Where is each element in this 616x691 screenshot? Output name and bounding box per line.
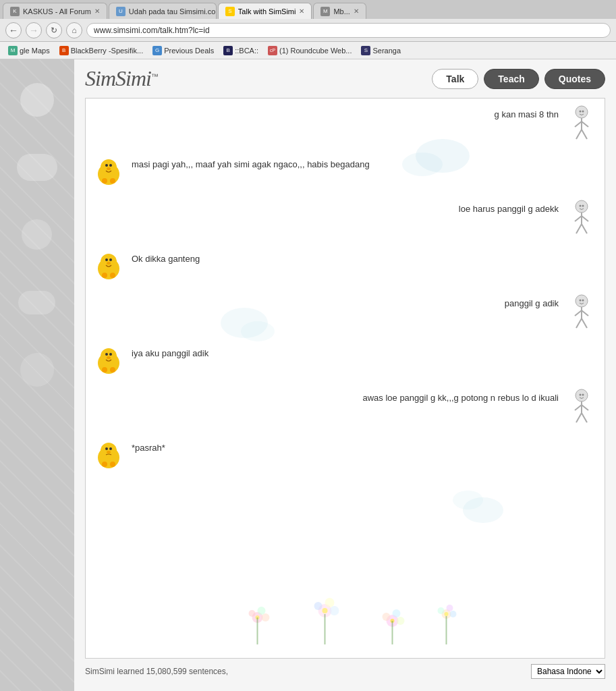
svg-point-72 <box>393 609 401 617</box>
chat-text-7: awas loe panggil g kk,,,g potong n rebus… <box>357 389 565 408</box>
svg-point-74 <box>391 619 395 623</box>
avatar-stick-1 <box>565 105 598 143</box>
svg-point-69 <box>323 608 328 613</box>
forward-button[interactable]: → <box>26 22 42 38</box>
nav-bar: ← → ↻ ⌂ <box>0 19 616 42</box>
svg-line-22 <box>582 224 587 233</box>
bookmark-roundcube[interactable]: cP (1) Roundcube Web... <box>265 46 354 55</box>
tab-close-simsimi[interactable]: ✕ <box>299 7 304 15</box>
avatar-chick-8 <box>92 439 125 471</box>
reload-button[interactable]: ↻ <box>46 22 62 38</box>
svg-point-59 <box>110 462 115 467</box>
simsimi-header: SimSimi™ Talk Teach Quotes <box>85 66 605 91</box>
chat-message-4: Ok dikka ganteng <box>92 250 598 282</box>
svg-line-49 <box>575 405 582 410</box>
tab-kaskus[interactable]: K KASKUS - All Forum ✕ <box>3 3 107 19</box>
bookmark-icon-ser: S <box>361 46 370 55</box>
address-bar[interactable] <box>86 23 611 38</box>
svg-point-2 <box>582 111 584 113</box>
tab-close-kaskus[interactable]: ✕ <box>94 7 100 15</box>
tab-bar: K KASKUS - All Forum ✕ U Udah pada tau S… <box>0 0 616 19</box>
svg-line-50 <box>582 405 588 410</box>
chat-text-8: *pasrah* <box>125 439 171 458</box>
svg-line-19 <box>575 216 582 221</box>
bookmark-bca[interactable]: B ::BCA:: <box>221 46 261 55</box>
cloud-deco-2 <box>402 153 443 176</box>
bookmark-maps[interactable]: M gle Maps <box>5 46 53 55</box>
cloud-deco-6 <box>453 491 483 509</box>
bookmark-label-seranga: Seranga <box>372 47 401 55</box>
svg-point-29 <box>110 273 115 278</box>
chat-message-5: panggil g adik <box>92 294 598 332</box>
chat-text-6: iya aku panggil adik <box>125 344 214 363</box>
simsimi-logo: SimSimi™ <box>85 66 159 91</box>
tab-simsimi[interactable]: S Talk with SimSimi ✕ <box>218 3 312 19</box>
avatar-stick-7 <box>565 389 598 426</box>
svg-line-6 <box>576 130 582 139</box>
svg-point-10 <box>105 164 108 167</box>
svg-line-20 <box>582 216 588 221</box>
bookmark-label-bca: ::BCA:: <box>235 47 258 55</box>
svg-point-58 <box>102 462 107 467</box>
bookmark-icon-g: G <box>152 46 162 55</box>
avatar-stick-3 <box>565 200 598 238</box>
sidebar-deco-1 <box>13 76 61 123</box>
bookmark-label-maps: gle Maps <box>20 47 50 55</box>
sidebar-deco-4 <box>13 279 61 326</box>
teach-button[interactable]: Teach <box>484 69 538 89</box>
svg-point-77 <box>447 605 453 611</box>
svg-point-70 <box>387 615 399 627</box>
language-select[interactable]: Bahasa Indonesia English 中文 日本語 <box>531 664 605 679</box>
svg-point-55 <box>105 447 108 450</box>
svg-point-71 <box>397 617 405 625</box>
home-button[interactable]: ⌂ <box>66 22 82 38</box>
quotes-button[interactable]: Quotes <box>544 69 605 89</box>
talk-button[interactable]: Talk <box>432 69 478 89</box>
svg-line-37 <box>582 319 587 328</box>
sidebar-deco-3 <box>13 211 61 258</box>
svg-point-45 <box>576 389 588 402</box>
svg-point-78 <box>438 607 445 614</box>
tab-udah[interactable]: U Udah pada tau Simsimi.com ✕ <box>109 3 217 19</box>
tab-favicon-simsimi: S <box>225 7 235 16</box>
avatar-chick-6 <box>92 344 125 377</box>
bookmarks-bar: M gle Maps B BlackBerry -Spesifik... G P… <box>0 42 616 59</box>
svg-point-17 <box>582 205 584 207</box>
cloud-deco-4 <box>241 321 275 341</box>
svg-line-7 <box>582 130 587 139</box>
main-content: SimSimi™ Talk Teach Quotes <box>74 59 616 691</box>
svg-line-52 <box>582 413 587 422</box>
bookmark-icon-cp: cP <box>268 46 277 55</box>
avatar-stick-5 <box>565 294 598 332</box>
bookmark-bb[interactable]: B BlackBerry -Spesifik... <box>57 46 146 55</box>
svg-point-26 <box>109 258 112 261</box>
avatar-chick-4 <box>92 250 125 282</box>
simsimi-logo-tm: ™ <box>151 72 159 80</box>
flowers-decoration <box>153 584 564 651</box>
chat-area[interactable]: g kan masi 8 thn masi pagi <box>85 98 605 659</box>
tab-label-kaskus: KASKUS - All Forum <box>23 7 91 16</box>
back-button[interactable]: ← <box>5 22 22 38</box>
tab-label-mb: Mb... <box>333 7 349 16</box>
tab-close-mb[interactable]: ✕ <box>354 7 359 15</box>
svg-point-12 <box>107 167 111 170</box>
svg-point-41 <box>109 353 112 356</box>
chat-message-1: g kan masi 8 thn <box>92 105 598 143</box>
svg-point-79 <box>445 612 449 616</box>
tab-label-simsimi: Talk with SimSimi <box>238 7 296 16</box>
tab-favicon-udah: U <box>116 7 125 16</box>
footer-bar: SimSimi learned 15,080,599 sentences, Ba… <box>85 659 605 684</box>
svg-point-15 <box>576 200 588 213</box>
chat-text-3: loe harus panggil g adekk <box>453 200 565 219</box>
svg-point-57 <box>107 451 111 453</box>
chat-message-2: masi pagi yah,,, maaf yah simi agak ngac… <box>92 155 598 188</box>
sidebar-deco-2 <box>13 144 61 191</box>
svg-line-5 <box>582 121 588 127</box>
svg-line-36 <box>576 319 582 328</box>
tab-mb[interactable]: M Mb... ✕ <box>313 3 366 19</box>
svg-point-0 <box>576 106 588 118</box>
bookmark-seranga[interactable]: S Seranga <box>358 46 403 55</box>
bookmark-previousdeals[interactable]: G Previous Deals <box>150 46 217 55</box>
chat-text-5: panggil g adik <box>499 294 565 313</box>
svg-point-68 <box>314 602 323 610</box>
